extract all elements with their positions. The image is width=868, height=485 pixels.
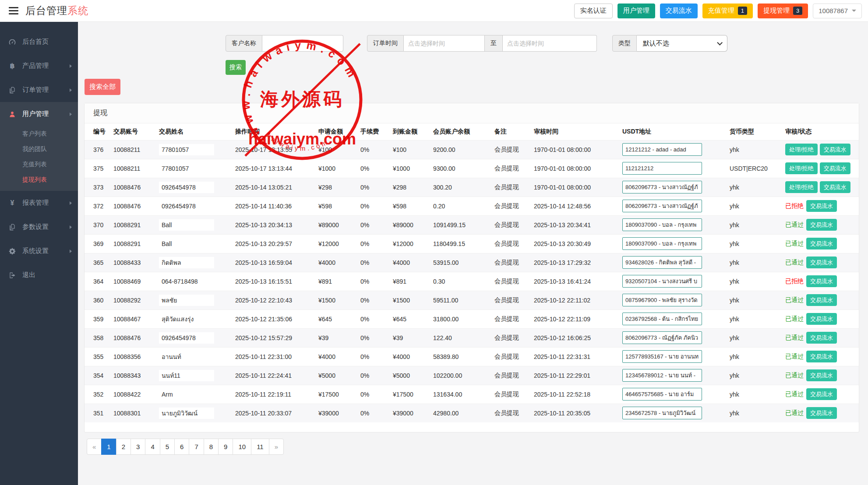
trade-name-box[interactable]: 77801057 xyxy=(159,144,214,155)
trade-name-box[interactable]: 0926454978 xyxy=(159,182,214,193)
status-cell: 处理/拒绝交易流水 xyxy=(782,140,859,159)
currency-cell: yhk xyxy=(726,140,782,159)
page-button-3[interactable]: 3 xyxy=(131,439,145,455)
usdt-address-input[interactable] xyxy=(622,388,702,401)
remark-cell: 会员提现 xyxy=(491,309,530,328)
usdt-address-input[interactable] xyxy=(622,237,702,250)
search-button[interactable]: 搜索 xyxy=(226,60,246,75)
usdt-address-input[interactable] xyxy=(622,313,702,325)
topbar-button-blue[interactable]: 交易流水 xyxy=(660,4,698,18)
page-button-8[interactable]: 8 xyxy=(204,439,219,455)
usdt-address-input[interactable] xyxy=(622,143,702,156)
trade-flow-button[interactable]: 交易流水 xyxy=(820,181,850,193)
trade-flow-button[interactable]: 交易流水 xyxy=(820,162,850,174)
page-button-7[interactable]: 7 xyxy=(189,439,204,455)
page-button-1[interactable]: 1 xyxy=(101,439,116,455)
user-menu[interactable]: 10087867 xyxy=(813,4,862,18)
page-button-11[interactable]: 11 xyxy=(251,439,269,455)
audit-time-cell: 2025-10-12 22:11:02 xyxy=(530,291,619,309)
trade-name-box[interactable]: Ball xyxy=(159,219,214,231)
customer-name-input[interactable] xyxy=(262,35,343,52)
sidebar-subitem[interactable]: 我的团队 xyxy=(0,141,78,157)
usdt-address-input[interactable] xyxy=(622,275,702,288)
op-time-cell: 2025-10-12 15:57:29 xyxy=(232,328,315,347)
sidebar-item[interactable]: 参数设置 xyxy=(0,215,78,239)
topbar-button-green[interactable]: 用户管理 xyxy=(617,4,655,18)
usdt-address-input[interactable] xyxy=(622,369,702,382)
to-amount-cell: ¥298 xyxy=(389,178,430,197)
search-all-button[interactable]: 搜索全部 xyxy=(85,79,120,95)
trade-name-box[interactable]: นนท์11 xyxy=(159,370,214,381)
status-cell: 处理/拒绝交易流水 xyxy=(782,159,859,178)
trade-name-box[interactable]: Ball xyxy=(159,238,214,250)
topbar-button-plain[interactable]: 实名认证 xyxy=(574,4,613,18)
trade-name-box[interactable]: 0926454978 xyxy=(159,200,214,212)
trade-name-box[interactable]: 0926454978 xyxy=(159,332,214,344)
sidebar-item[interactable]: ¥报表管理 xyxy=(0,191,78,215)
page-button-6[interactable]: 6 xyxy=(174,439,189,455)
bitcoin-icon: ฿ xyxy=(8,62,17,70)
usdt-address-input[interactable] xyxy=(622,200,702,212)
trade-flow-button[interactable]: 交易流水 xyxy=(820,144,850,155)
usdt-address-input[interactable] xyxy=(622,256,702,269)
sidebar-item[interactable]: 退出 xyxy=(0,263,78,287)
sidebar-item[interactable]: ฿产品管理 xyxy=(0,54,78,78)
trade-flow-button[interactable]: 交易流水 xyxy=(806,351,837,362)
sidebar-item[interactable]: 系统设置 xyxy=(0,239,78,263)
usdt-address-input[interactable] xyxy=(622,331,702,344)
trade-flow-button[interactable]: 交易流水 xyxy=(806,369,837,381)
usdt-address-input[interactable] xyxy=(622,162,702,175)
trade-flow-button[interactable]: 交易流水 xyxy=(806,238,837,250)
trade-name-box[interactable]: กิตติพล xyxy=(159,257,214,268)
usdt-address-cell xyxy=(619,215,726,234)
page-button-10[interactable]: 10 xyxy=(233,439,251,455)
trade-flow-button[interactable]: 交易流水 xyxy=(806,388,837,400)
trade-flow-button[interactable]: 交易流水 xyxy=(806,200,837,212)
trade-flow-button[interactable]: 交易流水 xyxy=(806,294,837,306)
trade-flow-button[interactable]: 交易流水 xyxy=(806,407,837,419)
remark-cell: 会员提现 xyxy=(491,215,530,234)
menu-toggle-icon[interactable] xyxy=(9,7,18,14)
sidebar-item[interactable]: 后台首页 xyxy=(0,30,78,54)
prev-page-button[interactable]: « xyxy=(87,439,102,455)
sidebar-subitem[interactable]: 充值列表 xyxy=(0,157,78,172)
op-time-cell: 2025-10-11 20:33:07 xyxy=(232,404,315,422)
trade-name-box[interactable]: Arm xyxy=(159,389,214,400)
trade-flow-button[interactable]: 交易流水 xyxy=(806,275,837,287)
status-cell: 已通过交易流水 xyxy=(782,366,859,385)
next-page-button[interactable]: » xyxy=(269,439,284,455)
sidebar-subitem[interactable]: 提现列表 xyxy=(0,172,78,187)
page-button-4[interactable]: 4 xyxy=(145,439,160,455)
page-button-2[interactable]: 2 xyxy=(116,439,131,455)
trade-flow-button[interactable]: 交易流水 xyxy=(806,313,837,325)
trade-flow-button[interactable]: 交易流水 xyxy=(806,257,837,268)
topbar-button-yellow[interactable]: 充值管理1 xyxy=(702,4,753,18)
trade-name-box[interactable]: พลชัย xyxy=(159,295,214,306)
trade-name-box[interactable]: 064-8718498 xyxy=(159,276,214,287)
usdt-address-input[interactable] xyxy=(622,294,702,306)
process-reject-button[interactable]: 处理/拒绝 xyxy=(785,144,818,155)
type-filter: 类型 默认不选 xyxy=(612,35,727,52)
trade-name-box[interactable]: อานนท์ xyxy=(159,351,214,362)
process-reject-button[interactable]: 处理/拒绝 xyxy=(785,162,818,174)
usdt-address-input[interactable] xyxy=(622,218,702,231)
sidebar-item[interactable]: 用户管理 xyxy=(0,102,78,126)
process-reject-button[interactable]: 处理/拒绝 xyxy=(785,181,818,193)
trade-name-box[interactable]: นายภูมิวิวัฒน์ xyxy=(159,408,214,419)
end-time-input[interactable] xyxy=(503,35,597,52)
usdt-address-input[interactable] xyxy=(622,350,702,363)
trade-name-box[interactable]: 77801057 xyxy=(159,163,214,174)
remark-cell: 会员提现 xyxy=(491,291,530,309)
type-select[interactable]: 默认不选 xyxy=(637,35,727,52)
trade-name-box[interactable]: สุติวัดแสงรุ่ง xyxy=(159,313,214,325)
page-button-9[interactable]: 9 xyxy=(218,439,233,455)
page-button-5[interactable]: 5 xyxy=(160,439,175,455)
sidebar-item[interactable]: 订单管理 xyxy=(0,78,78,102)
usdt-address-input[interactable] xyxy=(622,407,702,419)
sidebar-subitem[interactable]: 客户列表 xyxy=(0,126,78,141)
trade-flow-button[interactable]: 交易流水 xyxy=(806,332,837,344)
trade-flow-button[interactable]: 交易流水 xyxy=(806,219,837,231)
start-time-input[interactable] xyxy=(404,35,485,52)
topbar-button-orange[interactable]: 提现管理3 xyxy=(758,4,808,18)
usdt-address-input[interactable] xyxy=(622,181,702,193)
